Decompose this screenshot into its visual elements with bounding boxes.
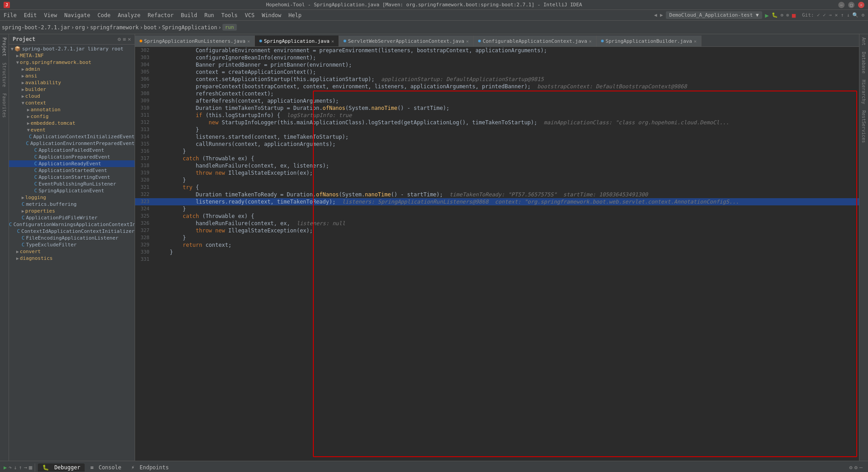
menu-code[interactable]: Code bbox=[94, 10, 114, 20]
stop-button[interactable]: ■ bbox=[792, 12, 796, 19]
breadcrumb-run[interactable]: run bbox=[222, 24, 237, 31]
code-line-311[interactable]: 311 if (this.logStartupInfo) { logStartu… bbox=[135, 112, 859, 119]
bottom-gear-btn[interactable]: ⚙ bbox=[854, 464, 858, 471]
rest-services-icon[interactable]: RestServices bbox=[860, 109, 868, 144]
tree-properties[interactable]: ▶ properties bbox=[9, 208, 135, 214]
breadcrumb-org[interactable]: org bbox=[75, 24, 85, 31]
step-into-btn[interactable]: ↓ bbox=[14, 464, 17, 471]
favorites-icon[interactable]: Favorites bbox=[0, 92, 8, 119]
bottom-settings-btn[interactable]: ⚙ bbox=[849, 464, 852, 471]
database-icon[interactable]: Database bbox=[860, 50, 868, 75]
hierarchy-icon[interactable]: Hierarchy bbox=[860, 78, 868, 105]
menu-build[interactable]: Build bbox=[177, 10, 201, 20]
code-line-303[interactable]: 303 configureIgnoreBeanInfo(environment)… bbox=[135, 54, 859, 61]
tab-spring-application-close[interactable]: ✕ bbox=[331, 39, 334, 44]
code-line-305[interactable]: 305 context = createApplicationContext()… bbox=[135, 68, 859, 76]
tree-org-springframework-boot[interactable]: ▼ org.springframework.boot bbox=[9, 59, 135, 66]
menu-run[interactable]: Run bbox=[201, 10, 218, 20]
menu-tools[interactable]: Tools bbox=[218, 10, 241, 20]
code-line-309[interactable]: 309 afterRefresh(context, applicationArg… bbox=[135, 97, 859, 104]
code-line-302[interactable]: 302 ConfigurableEnvironment environment … bbox=[135, 47, 859, 54]
menu-analyze[interactable]: Analyze bbox=[114, 10, 144, 20]
code-line-329[interactable]: 329 return context; bbox=[135, 241, 859, 249]
code-line-327[interactable]: 327 throw new IllegalStateException(ex); bbox=[135, 227, 859, 234]
menu-help[interactable]: Help bbox=[285, 10, 305, 20]
tree-app-prepared-event[interactable]: C ApplicationPreparedEvent bbox=[9, 154, 135, 160]
tab-spring-app-builder-close[interactable]: ✕ bbox=[694, 39, 696, 44]
code-line-306[interactable]: 306 context.setApplicationStartup(this.a… bbox=[135, 76, 859, 83]
tree-ctx-id-init[interactable]: C ContextIdApplicationContextInitializer bbox=[9, 228, 135, 235]
project-close-btn[interactable]: ✕ bbox=[128, 36, 131, 42]
tree-embedded-tomcat[interactable]: ▶ embedded.tomcat bbox=[9, 120, 135, 127]
code-line-315[interactable]: 315 callRunners(context, applicationArgu… bbox=[135, 141, 859, 148]
tree-app-failed-event[interactable]: C ApplicationFailedEvent bbox=[9, 147, 135, 154]
tab-configurable-app-ctx[interactable]: ConfigurableApplicationContext.java ✕ bbox=[474, 36, 597, 46]
code-line-323[interactable]: 323 listeners.ready(context, timeTakenTo… bbox=[135, 198, 859, 205]
tree-context[interactable]: ▼ context bbox=[9, 100, 135, 106]
tree-config-warnings[interactable]: C ConfigurationWarningsApplicationContex… bbox=[9, 221, 135, 228]
tree-app-ready-event[interactable]: C ApplicationReadyEvent bbox=[9, 160, 135, 167]
code-line-318[interactable]: 318 handleRunFailure(context, ex, listen… bbox=[135, 162, 859, 169]
tree-app-pid-writer[interactable]: C ApplicationPidFileWriter bbox=[9, 214, 135, 221]
settings-button[interactable]: ⚙ bbox=[861, 12, 864, 18]
tree-app-env-event[interactable]: C ApplicationEnvironmentPreparedEvent bbox=[9, 140, 135, 147]
menu-file[interactable]: File bbox=[0, 10, 20, 20]
tree-type-exclude-filter[interactable]: C TypeExcludeFilter bbox=[9, 241, 135, 248]
breadcrumb-springframework[interactable]: springframework bbox=[90, 24, 139, 31]
code-line-325[interactable]: 325 catch (Throwable ex) { bbox=[135, 213, 859, 220]
tree-availability[interactable]: ▶ availability bbox=[9, 79, 135, 86]
maximize-button[interactable]: □ bbox=[848, 2, 854, 8]
menu-vcs[interactable]: VCS bbox=[241, 10, 258, 20]
project-icon[interactable]: Project bbox=[0, 36, 8, 58]
code-line-326[interactable]: 326 handleRunFailure(context, ex, listen… bbox=[135, 220, 859, 227]
step-out-btn[interactable]: ↑ bbox=[19, 464, 22, 471]
evaluate-btn[interactable]: ▦ bbox=[29, 464, 32, 471]
tree-ansi[interactable]: ▶ ansi bbox=[9, 73, 135, 79]
breadcrumb-boot[interactable]: boot bbox=[144, 24, 157, 31]
tree-root[interactable]: ▼ 📦 spring-boot-2.7.1.jar library root bbox=[9, 45, 135, 52]
tree-admin[interactable]: ▶ admin bbox=[9, 66, 135, 73]
tab-spring-application[interactable]: SpringApplication.java ✕ bbox=[255, 36, 339, 46]
tab-run-listeners[interactable]: SpringApplicationRunListeners.java ✕ bbox=[135, 36, 255, 46]
code-line-307[interactable]: 307 prepareContext(bootstrapContext, con… bbox=[135, 83, 859, 90]
code-line-319[interactable]: 319 throw new IllegalStateException(ex); bbox=[135, 169, 859, 177]
menu-window[interactable]: Window bbox=[258, 10, 285, 20]
tab-servlet-web-close[interactable]: ✕ bbox=[466, 39, 469, 44]
code-line-322[interactable]: 322 Duration timeTakenToReady = Duration… bbox=[135, 191, 859, 198]
bottom-tab-debugger[interactable]: 🐛 Debugger bbox=[38, 463, 85, 472]
menu-view[interactable]: View bbox=[41, 10, 61, 20]
bottom-tab-console[interactable]: ≡ Console bbox=[86, 463, 126, 472]
tree-builder[interactable]: ▶ builder bbox=[9, 86, 135, 93]
tab-spring-app-builder[interactable]: SpringApplicationBuilder.java ✕ bbox=[597, 36, 701, 46]
tree-metrics-buffering[interactable]: C metrics.buffering bbox=[9, 201, 135, 208]
tree-meta-inf[interactable]: ▶ META-INF bbox=[9, 52, 135, 59]
code-line-316[interactable]: 316 } bbox=[135, 148, 859, 155]
project-settings-btn[interactable]: ⚙ bbox=[118, 36, 121, 42]
code-line-313[interactable]: 313 } bbox=[135, 126, 859, 133]
tree-app-started-event[interactable]: C ApplicationStartedEvent bbox=[9, 167, 135, 174]
code-line-321[interactable]: 321 try { bbox=[135, 184, 859, 191]
code-line-331[interactable]: 331 bbox=[135, 256, 859, 262]
code-line-310[interactable]: 310 Duration timeTakenToStartup = Durati… bbox=[135, 104, 859, 112]
code-line-330[interactable]: 330 } bbox=[135, 249, 859, 256]
tree-cloud[interactable]: ▶ cloud bbox=[9, 93, 135, 100]
structure-icon[interactable]: Structure bbox=[0, 61, 8, 88]
code-line-308[interactable]: 308 refreshContext(context); bbox=[135, 90, 859, 97]
tab-run-listeners-close[interactable]: ✕ bbox=[247, 39, 250, 44]
tree-convert[interactable]: ▶ convert bbox=[9, 248, 135, 255]
bottom-minimize-btn[interactable]: — bbox=[859, 464, 863, 471]
code-editor[interactable]: 302 ConfigurableEnvironment environment … bbox=[135, 47, 859, 461]
close-button[interactable]: ✕ bbox=[858, 2, 864, 8]
tree-logging[interactable]: ▶ logging bbox=[9, 194, 135, 201]
menu-navigate[interactable]: Navigate bbox=[61, 10, 94, 20]
tree-event-publishing-listener[interactable]: C EventPublishingRunListener bbox=[9, 181, 135, 187]
tree-spring-app-event[interactable]: C SpringApplicationEvent bbox=[9, 187, 135, 194]
minimize-button[interactable]: — bbox=[838, 2, 845, 8]
resume-btn[interactable]: ▶ bbox=[4, 464, 7, 471]
tab-servlet-web[interactable]: ServletWebServerApplicationContext.java … bbox=[339, 36, 474, 46]
search-everywhere[interactable]: 🔍 bbox=[852, 12, 859, 18]
tree-event[interactable]: ▼ event bbox=[9, 127, 135, 133]
tree-config[interactable]: ▶ config bbox=[9, 113, 135, 120]
step-over-btn[interactable]: ↷ bbox=[9, 464, 12, 471]
code-line-317[interactable]: 317 catch (Throwable ex) { bbox=[135, 155, 859, 162]
